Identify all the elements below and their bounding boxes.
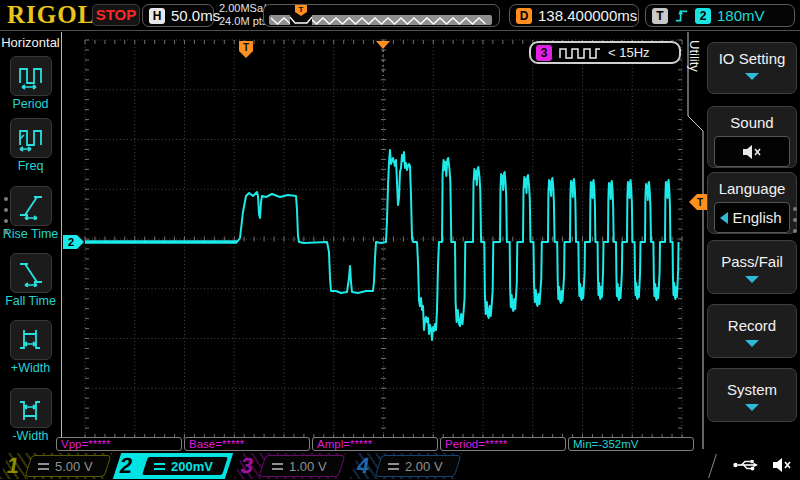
delay-value: 138.400000ms [538,7,637,24]
run-state-indicator: STOP [92,4,140,26]
chevron-down-icon [745,276,759,283]
menu-item-fall-time[interactable]: Fall Time [0,253,61,308]
timebase-box: H 50.0ms [142,4,214,27]
menu-item-label: Language [708,180,796,197]
channel-scale: 200mV [171,459,213,474]
chevron-down-icon [745,73,759,80]
svg-text:T: T [697,197,703,208]
menu-item-io-setting[interactable]: IO Setting [707,42,797,94]
timebase-value: 50.0ms [171,7,220,24]
channel-scale: 2.00 V [405,459,443,474]
channel-bar-divider [708,454,717,478]
usb-icon [732,458,762,472]
menu-item-label: Freq [0,159,61,173]
frequency-counter: 3 < 15Hz [529,41,681,64]
svg-text:T: T [243,42,249,53]
rise-time-icon [17,192,45,220]
measurement-vpp: Vpp=***** [56,437,182,451]
measurement-ampl: Ampl=***** [312,437,438,451]
plus-width-icon [17,326,45,354]
menu-item-label: Fall Time [0,294,61,308]
freq-source-badge: 3 [536,45,552,61]
trigger-slope-rising-icon [674,8,689,24]
sound-toggle[interactable] [714,136,790,167]
measurement-period: Period=***** [440,437,566,451]
delay-label: D [516,8,532,24]
trigger-source-badge: 2 [695,8,711,24]
trigger-delay-box: D 138.400000ms [509,4,639,27]
left-menu-border [61,32,62,447]
chevron-down-icon [745,404,759,411]
menu-item-label: +Width [0,361,61,375]
menu-item-label: Period [0,97,61,111]
sound-muted-icon [772,457,792,473]
measurement-min: Min=-352mV [568,437,694,451]
menu-item-rise-time[interactable]: Rise Time [0,186,61,241]
status-bar: RIGOL STOP H 50.0ms 2.00MSa/s 24.0M pts … [0,0,800,31]
menu-item-language[interactable]: Language English [707,172,797,234]
menu-item-system[interactable]: System [707,368,797,422]
left-menu-title: Horizontal [0,35,61,50]
right-menu-tab: Utility [687,40,702,72]
channel-3-indicator[interactable]: 3 1.00 V [234,452,346,480]
channel-4-indicator[interactable]: 4 2.00 V [350,452,462,480]
menu-item-label: Record [708,317,796,334]
channel-scale: 5.00 V [55,459,93,474]
horizontal-position-bar[interactable]: T [263,4,500,27]
timebase-label: H [149,8,165,24]
measurement-bar: Vpp=***** Base=***** Ampl=***** Period=*… [56,437,694,451]
menu-item-label: Sound [708,114,796,131]
menu-item-label: Rise Time [0,227,61,241]
menu-item-record[interactable]: Record [707,304,797,358]
channel-2-indicator[interactable]: 2 200mV [113,452,233,480]
measurement-base: Base=***** [184,437,310,451]
menu-item-label: IO Setting [708,50,796,67]
fall-time-icon [17,259,45,287]
svg-text:T: T [299,5,304,14]
chevron-down-icon [745,340,759,347]
menu-item-minus-width[interactable]: -Width [0,388,61,443]
freq-icon [17,124,45,152]
channel-bar: 1 5.00 V 2 200mV 3 1.00 V 4 2.00 V [0,452,800,480]
trigger-label: T [652,8,668,24]
menu-item-sound[interactable]: Sound [707,106,797,168]
period-icon [17,62,45,90]
menu-item-pass-fail[interactable]: Pass/Fail [707,240,797,294]
dc-coupling-icon [388,463,399,470]
oscilloscope-screen: TT2 RIGOL STOP H 50.0ms 2.00MSa/s 24.0M … [0,0,800,480]
right-page-dots [793,207,797,240]
menu-item-freq[interactable]: Freq [0,118,61,173]
waveform-display: TT2 [0,0,800,480]
dc-coupling-icon [154,463,165,470]
sound-muted-icon [742,144,762,160]
menu-item-plus-width[interactable]: +Width [0,320,61,375]
channel-1-indicator[interactable]: 1 5.00 V [0,452,112,480]
dc-coupling-icon [38,463,49,470]
trigger-level-value: 180mV [717,7,765,24]
memory-position-icon: T [264,4,497,27]
trigger-status-box: T 2 180mV [645,4,795,27]
menu-item-label: System [708,381,796,398]
square-wave-icon [558,47,602,59]
dc-coupling-icon [272,463,283,470]
chevron-left-icon [720,212,728,224]
menu-item-label: Pass/Fail [708,253,796,270]
language-select[interactable]: English [714,202,790,233]
left-page-dots [4,197,8,241]
freq-counter-value: < 15Hz [608,45,650,60]
minus-width-icon [17,394,45,422]
channel-scale: 1.00 V [289,459,327,474]
menu-item-period[interactable]: Period [0,56,61,111]
menu-item-label: -Width [0,429,61,443]
brand-logo: RIGOL [7,1,95,29]
svg-text:2: 2 [68,236,74,248]
language-value: English [732,209,781,226]
